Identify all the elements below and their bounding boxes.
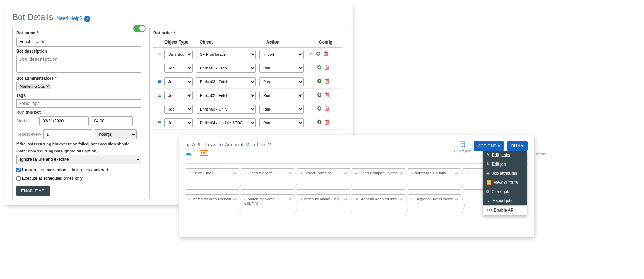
gear-icon[interactable]: ⚙ xyxy=(309,52,313,57)
salesforce-icon: ☁ xyxy=(186,150,191,156)
start-date-input[interactable] xyxy=(39,116,89,126)
task-name: Clean Website xyxy=(248,171,273,175)
object-type-select[interactable]: Job xyxy=(164,64,193,73)
action-select[interactable]: Purge xyxy=(259,77,304,86)
task-number: 5 xyxy=(411,171,413,175)
add-row-icon[interactable] xyxy=(317,79,322,85)
table-row: ≡JobEnrich02 - FetchPurge xyxy=(153,75,342,89)
drag-handle-icon[interactable]: ≡ xyxy=(155,65,164,71)
job-title: API - Lead-to-Account Matching 2 xyxy=(192,141,271,147)
scheduled-only-row[interactable]: Execute at scheduled times only xyxy=(16,176,141,181)
task-box[interactable]: 11Append Owner Name♻ xyxy=(408,194,461,215)
task-box[interactable]: 4Clean Company Name♻ xyxy=(352,168,405,190)
menu-view-outputs[interactable]: 🔀View outputs xyxy=(483,178,527,187)
drag-handle-icon[interactable]: ≡ xyxy=(155,106,164,112)
task-name: Clean Email xyxy=(192,171,213,175)
delete-row-icon[interactable] xyxy=(325,92,329,98)
run-button[interactable]: RUN ▾ xyxy=(507,141,528,151)
add-row-icon[interactable] xyxy=(317,92,322,98)
object-select[interactable]: Enrich02 - Fetch xyxy=(196,91,256,100)
menu-clone-job[interactable]: ⧉Clone job xyxy=(483,187,527,196)
task-number: 1 xyxy=(189,171,191,175)
task-box[interactable]: 7Match by Web Domain♻ xyxy=(186,194,239,215)
task-box[interactable]: 8Match by Name + Country♻ xyxy=(241,194,294,215)
repeat-count-input[interactable] xyxy=(43,129,92,139)
failure-option-select[interactable]: Ignore failure and execute xyxy=(16,155,141,164)
task-box[interactable]: 5Normalize Country♻ xyxy=(408,168,461,190)
admin-tag-chip[interactable]: Marketing Ops ✕ xyxy=(18,84,51,89)
divider xyxy=(186,163,528,164)
bot-admins-label: Bot administrators * xyxy=(16,76,141,81)
add-row-icon[interactable] xyxy=(317,65,322,71)
th-action: Action xyxy=(266,40,312,45)
task-box[interactable]: 9Match by Name Only♻ xyxy=(297,194,350,215)
email-admins-row[interactable]: Email bot administrators if failure enco… xyxy=(16,167,141,172)
scheduled-only-checkbox[interactable] xyxy=(16,176,21,181)
action-select[interactable]: Run xyxy=(259,91,304,100)
action-select[interactable]: Run xyxy=(259,64,304,73)
delete-row-icon[interactable] xyxy=(325,79,329,85)
object-select[interactable]: SF Prod Leads xyxy=(196,50,256,59)
task-box[interactable]: 3Extract Domains♻ xyxy=(297,168,350,190)
action-select[interactable]: Run xyxy=(259,105,304,114)
task-name: Append Account Info xyxy=(361,197,397,201)
table-row: ≡JobEnrich04 - Update SFDCRun xyxy=(153,116,342,130)
task-box[interactable]: 10Append Account Info♻ xyxy=(352,194,405,215)
drag-handle-icon[interactable]: ≡ xyxy=(155,120,164,126)
add-row-icon[interactable] xyxy=(317,120,322,126)
object-select[interactable]: Enrich02 - Fetch xyxy=(196,77,256,86)
delete-row-icon[interactable] xyxy=(325,106,329,112)
download-icon: ⭳ xyxy=(486,198,490,203)
task-row-2: 7Match by Web Domain♻8Match by Name + Co… xyxy=(186,194,528,215)
object-type-select[interactable]: Data Source xyxy=(164,50,193,59)
delete-row-icon[interactable] xyxy=(324,51,328,57)
chevron-up-icon[interactable]: ▲ xyxy=(186,142,190,147)
delete-row-icon[interactable] xyxy=(325,65,329,71)
add-row-icon[interactable] xyxy=(316,51,321,57)
actions-button[interactable]: ACTIONS ▾ xyxy=(474,141,504,151)
task-number: 8 xyxy=(244,197,246,201)
menu-edit-tasks[interactable]: ✎Edit tasks xyxy=(483,151,527,160)
enabled-toggle[interactable] xyxy=(133,25,146,32)
start-time-input[interactable] xyxy=(91,116,133,126)
bot-admins-field[interactable]: Marketing Ops ✕ xyxy=(16,82,141,91)
object-type-select[interactable]: Job xyxy=(164,77,193,86)
copy-icon: ⧉ xyxy=(486,189,489,194)
run-report-link[interactable]: Run report xyxy=(454,141,471,153)
bot-name-input[interactable] xyxy=(16,37,141,47)
enable-api-button[interactable]: ENABLE API xyxy=(16,186,50,196)
action-select[interactable]: Run xyxy=(259,118,304,127)
object-type-select[interactable]: Job xyxy=(164,105,193,114)
tags-input[interactable] xyxy=(16,99,141,108)
drag-handle-icon[interactable]: ≡ xyxy=(155,79,164,85)
delete-row-icon[interactable] xyxy=(325,120,329,126)
task-number: 7 xyxy=(189,197,191,201)
action-select[interactable]: Import xyxy=(259,50,304,59)
menu-job-attributes[interactable]: ✚Job attributes xyxy=(483,169,527,178)
object-select[interactable]: Enrich01 - Prep xyxy=(196,64,256,73)
email-admins-checkbox[interactable] xyxy=(16,168,21,172)
job-workflow-panel: ▲ API - Lead-to-Account Matching 2 ☁ → O… xyxy=(179,135,534,237)
email-admins-label: Email bot administrators if failure enco… xyxy=(22,167,108,172)
repeat-unit-select[interactable]: hour(s) xyxy=(95,129,137,139)
help-link[interactable]: Need Help? xyxy=(56,15,82,21)
bot-description-input[interactable] xyxy=(16,55,141,73)
table-row: ≡JobEnrich02 - FetchRun xyxy=(153,89,342,102)
menu-export-job[interactable]: ⭳Export job xyxy=(483,196,527,205)
table-header: Object Type Object Action Config xyxy=(153,37,342,48)
object-type-select[interactable]: Job xyxy=(164,118,193,127)
object-select[interactable]: Enrich03 - Unify xyxy=(196,105,256,114)
object-select[interactable]: Enrich04 - Update SFDC xyxy=(196,118,256,127)
api-icon: API xyxy=(487,208,492,212)
drag-handle-icon[interactable]: ≡ xyxy=(155,92,164,99)
menu-edit-job[interactable]: ✎Edit job xyxy=(483,160,527,169)
task-number: 6 xyxy=(466,171,468,175)
add-row-icon[interactable] xyxy=(317,106,322,112)
drag-handle-icon[interactable]: ≡ xyxy=(155,51,164,58)
svg-text:?: ? xyxy=(86,16,89,22)
object-type-select[interactable]: Job xyxy=(164,91,193,100)
menu-enable-api[interactable]: APIEnable API xyxy=(483,205,527,215)
task-box[interactable]: 2Clean Website♻ xyxy=(241,168,294,190)
help-icon[interactable]: ? xyxy=(84,15,91,22)
task-box[interactable]: 1Clean Email♻ xyxy=(186,168,239,190)
